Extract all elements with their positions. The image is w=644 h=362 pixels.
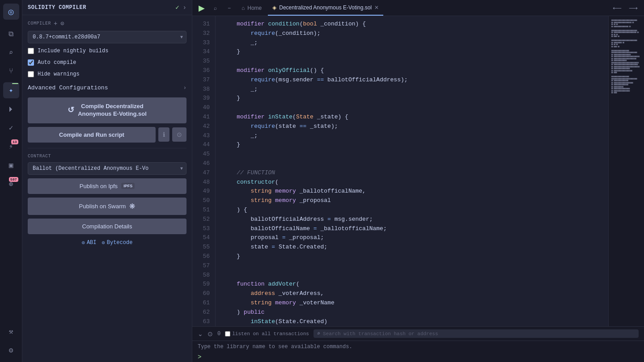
sidebar-item-files[interactable]: ⧉ [3, 26, 19, 42]
sidebar-item-debug[interactable]: ⏵ [3, 101, 19, 117]
auto-compile-checkbox[interactable] [28, 59, 34, 66]
tab-arrow-left-btn[interactable]: ⟵ [610, 3, 624, 13]
sidebar-item-dgit[interactable]: ⊕ 507 [3, 176, 19, 192]
terminal-prompt-symbol: > [198, 354, 201, 361]
hide-warnings-label[interactable]: Hide warnings [38, 71, 80, 77]
terminal-text: Type the library name to see available c… [198, 344, 352, 350]
bytecode-copy-icon: ⊙ [102, 240, 105, 246]
sidebar-item-search[interactable]: ⌕ [3, 45, 19, 61]
copy-compiler-btn[interactable]: ⊙ [60, 20, 64, 27]
terminal-prompt-row: > [192, 353, 644, 362]
hide-warnings-checkbox[interactable] [28, 71, 34, 77]
code-line-62: ) public [223, 308, 601, 317]
tab-bar: ▶ ⌕ − ⌂ Home ◈ Decentralized Anonymous E… [192, 0, 644, 16]
tab-zoom-out-btn[interactable]: − [223, 0, 235, 16]
tab-bar-actions: ⟵ ⟶ [610, 3, 640, 13]
line-numbers: 31 32 33 34 35 36 37 38 39 40 41 42 43 4… [192, 16, 216, 326]
listen-checkbox[interactable] [225, 331, 230, 337]
version-select-wrapper: 0.8.7+commit.e28d00a7 0.8.6+commit.11564… [28, 31, 186, 43]
terminal-search: ⌕ [314, 329, 639, 338]
compile-icon: ↺ [68, 105, 74, 115]
code-line-45 [223, 150, 601, 159]
contract-select[interactable]: Ballot (Decentralized Anonymous E-Vo [28, 162, 186, 175]
compiler-section-label: COMPILER + ⊙ [28, 20, 186, 27]
code-line-39: } [223, 94, 601, 103]
abi-button[interactable]: ⊙ ABI [82, 240, 97, 246]
zoom-out-icon: − [228, 5, 231, 11]
code-line-43: _; [223, 131, 601, 141]
panel-header: SOLIDITY COMPILER ✓ › [22, 0, 192, 15]
compile-btn-label: Compile DecentralizedAnonymous E-Voting.… [78, 103, 147, 118]
advanced-config-section[interactable]: Advanced Configurations › [28, 82, 186, 94]
compilation-details-button[interactable]: Compilation Details [28, 219, 186, 234]
code-line-47: // FUNCTION [223, 168, 601, 178]
bytecode-button[interactable]: ⊙ Bytecode [102, 240, 133, 246]
tab-file[interactable]: ◈ Decentralized Anonymous E-Voting.sol ✕ [268, 0, 383, 16]
abi-copy-icon: ⊙ [82, 240, 85, 246]
sidebar-item-deploy[interactable]: ▣ [3, 157, 19, 173]
panel-body: COMPILER + ⊙ 0.8.7+commit.e28d00a7 0.8.6… [22, 15, 192, 253]
sidebar-item-verify[interactable]: ✓ [3, 120, 19, 136]
bytecode-label: Bytecode [107, 240, 133, 246]
analytics-badge: 13 [11, 139, 18, 144]
compile-button[interactable]: ↺ Compile DecentralizedAnonymous E-Votin… [28, 97, 186, 123]
code-line-35 [223, 57, 601, 66]
code-line-32: require(_condition); [223, 29, 601, 38]
compile-run-row: Compile and Run script ℹ ⊙ [28, 127, 186, 143]
sidebar-item-settings[interactable]: ⚙ [3, 342, 19, 358]
tab-file-label: Decentralized Anonymous E-Voting.sol [279, 4, 372, 11]
publish-ipfs-button[interactable]: Publish on Ipfs IPFS [28, 178, 186, 194]
code-line-42: require(state == _state); [223, 122, 601, 131]
code-line-55: state = State.Created; [223, 243, 601, 252]
sidebar-item-tools[interactable]: ⚒ [3, 324, 19, 340]
code-line-63: inState(State.Created) [223, 317, 601, 327]
panel-title: SOLIDITY COMPILER [28, 4, 172, 11]
code-line-31: modifier condition(bool _condition) { [223, 20, 601, 29]
main-area: ▶ ⌕ − ⌂ Home ◈ Decentralized Anonymous E… [192, 0, 644, 362]
code-line-59: function addVoter( [223, 280, 601, 289]
auto-compile-label[interactable]: Auto compile [38, 59, 76, 66]
script-copy-button[interactable]: ⊙ [172, 127, 186, 142]
code-line-44: } [223, 140, 601, 150]
tab-close-btn[interactable]: ✕ [374, 4, 379, 11]
search-icon-terminal: ⌕ [317, 330, 320, 337]
nightly-builds-row: Include nightly builds [28, 47, 186, 55]
nightly-builds-label[interactable]: Include nightly builds [38, 48, 108, 54]
listen-label[interactable]: listen on all transactions [232, 331, 309, 337]
minimap-content: ████████████████████████████████ ██ ████… [609, 16, 644, 98]
auto-compile-row: Auto compile [28, 59, 186, 67]
code-line-49: string memory _ballotofficalName, [223, 187, 601, 196]
script-info-button[interactable]: ℹ [158, 127, 169, 142]
sidebar-item-git[interactable]: ⑂ [3, 63, 19, 80]
tab-home[interactable]: ⌂ Home [237, 0, 266, 16]
code-editor: 31 32 33 34 35 36 37 38 39 40 41 42 43 4… [192, 16, 644, 326]
home-icon: ⌂ [242, 5, 245, 11]
sidebar-item-analytics[interactable]: ⚡ 13 [3, 139, 19, 155]
compile-run-button[interactable]: Compile and Run script [28, 127, 156, 143]
chevron-right-icon: › [183, 85, 186, 91]
code-line-57 [223, 261, 601, 271]
terminal-collapse-btn[interactable]: ⌄ [198, 330, 203, 337]
terminal-clock-btn[interactable]: ⊙ [208, 330, 213, 337]
add-compiler-btn[interactable]: + [54, 20, 58, 27]
run-button[interactable]: ▶ [196, 3, 208, 13]
publish-swarm-button[interactable]: Publish on Swarm ❋ [28, 198, 186, 215]
icon-bar: ◎ ⧉ ⌕ ⑂ ✦ ⏵ ✓ ⚡ 13 ▣ ⊕ 507 ⚒ ⚙ [0, 0, 22, 362]
code-content[interactable]: modifier condition(bool _condition) { re… [216, 16, 608, 326]
contract-label: CONTRACT [28, 154, 186, 159]
forward-icon[interactable]: › [183, 4, 186, 11]
terminal-search-input[interactable] [323, 331, 635, 337]
contract-section: CONTRACT Ballot (Decentralized Anonymous… [28, 154, 186, 248]
terminal-output: Type the library name to see available c… [192, 341, 644, 353]
collapse-icon: ⌄ [198, 330, 203, 337]
version-select[interactable]: 0.8.7+commit.e28d00a7 0.8.6+commit.11564… [28, 31, 186, 43]
sidebar-item-logo[interactable]: ◎ [3, 4, 19, 20]
code-line-41: modifier inState(State _state) { [223, 113, 601, 122]
tab-arrow-right-btn[interactable]: ⟶ [626, 3, 640, 13]
nightly-builds-checkbox[interactable] [28, 48, 34, 54]
sidebar-item-plugin[interactable]: ✦ [3, 82, 19, 98]
publish-ipfs-label: Publish on Ipfs [80, 183, 118, 189]
code-line-61: string memory _voterName [223, 299, 601, 308]
tab-search-btn[interactable]: ⌕ [209, 0, 221, 16]
success-icon: ✓ [175, 4, 179, 11]
